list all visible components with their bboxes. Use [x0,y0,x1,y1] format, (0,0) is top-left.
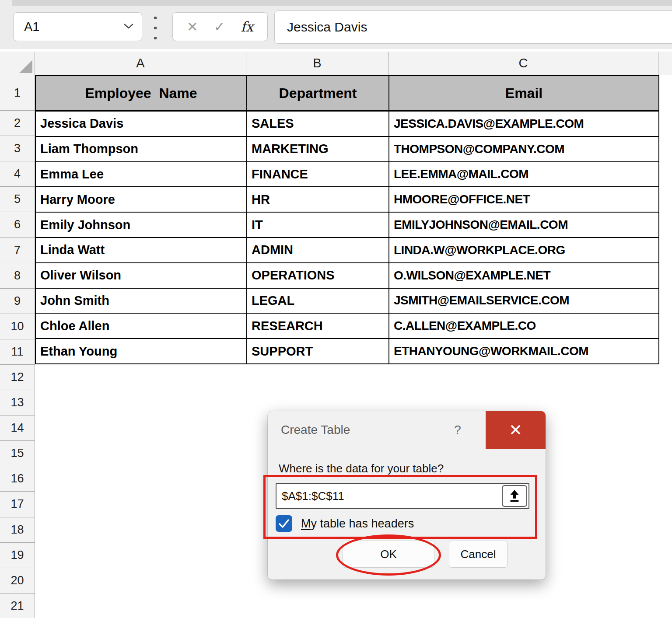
table-range-input[interactable]: $A$1:$C$11 [276,483,529,509]
column-header-sliver [658,52,672,75]
row-header-11[interactable]: 11 [0,339,35,365]
range-picker-button[interactable] [502,485,527,507]
cell-r6-c2[interactable]: EMILYJOHNSON@EMAIL.COM [389,213,659,238]
row-header-9[interactable]: 9 [0,289,35,314]
cell-r6-c1[interactable]: IT [247,213,389,238]
cancel-button[interactable]: Cancel [449,541,508,568]
cancel-entry-icon[interactable]: ✕ [187,19,198,35]
toolbar-separator-dots [154,17,157,39]
cell-r11-c0[interactable]: Ethan Young [36,339,247,364]
select-all-corner[interactable] [0,52,35,75]
header-cell-2[interactable]: Email [389,76,659,112]
cell-r3-c2[interactable]: THOMPSON@COMPANY.COM [389,137,659,162]
cell-r4-c1[interactable]: FINANCE [247,162,389,188]
close-button[interactable]: ✕ [486,411,546,449]
row-header-12[interactable]: 12 [0,365,35,390]
row-headers: 123456789101112131415161718192021 [0,75,35,618]
row-header-1[interactable]: 1 [0,75,35,111]
column-header-C[interactable]: C [388,52,658,75]
cell-r11-c2[interactable]: ETHANYOUNG@WORKMAIL.COM [389,339,659,364]
name-box[interactable]: A1 [13,12,142,41]
ribbon-bottom-strip [12,0,672,6]
cell-r7-c0[interactable]: Linda Watt [36,238,247,263]
cell-r9-c0[interactable]: John Smith [36,289,247,314]
cell-r9-c1[interactable]: LEGAL [247,289,389,314]
cell-r9-c2[interactable]: JSMITH@EMAILSERVICE.COM [389,289,659,314]
collapse-dialog-icon [509,489,520,503]
cell-r7-c1[interactable]: ADMIN [247,238,389,263]
range-prompt-label: Where is the data for your table? [279,462,444,475]
headers-checkbox[interactable] [276,515,292,532]
row-header-17[interactable]: 17 [0,492,35,517]
cell-r10-c0[interactable]: Chloe Allen [36,314,247,339]
cell-r3-c0[interactable]: Liam Thompson [36,137,247,162]
table-range-value: $A$1:$C$11 [282,489,344,503]
row-header-19[interactable]: 19 [0,543,35,568]
cell-r8-c2[interactable]: O.WILSON@EXAMPLE.NET [389,263,659,289]
cell-r4-c0[interactable]: Emma Lee [36,162,247,188]
header-cell-0[interactable]: Employee Name [36,76,247,112]
help-icon[interactable]: ? [449,411,466,449]
create-table-dialog: Create Table ? ✕ Where is the data for y… [268,411,546,580]
row-header-3[interactable]: 3 [0,136,35,161]
cell-r11-c1[interactable]: SUPPORT [247,339,389,364]
enter-entry-icon[interactable]: ✓ [214,19,225,35]
formula-buttons: ✕ ✓ fx [172,12,268,41]
cell-r5-c2[interactable]: HMOORE@OFFICE.NET [389,187,659,213]
excel-window: A1 ✕ ✓ fx Jessica Davis ABC 123456789101… [0,0,672,618]
row-header-21[interactable]: 21 [0,594,35,618]
row-header-16[interactable]: 16 [0,466,35,492]
cell-r5-c1[interactable]: HR [247,187,389,213]
row-header-7[interactable]: 7 [0,237,35,263]
row-header-13[interactable]: 13 [0,390,35,415]
row-header-2[interactable]: 2 [0,111,35,136]
cell-r2-c2[interactable]: JESSICA.DAVIS@EXAMPLE.COM [389,112,659,137]
ok-button[interactable]: OK [343,541,434,568]
cell-r8-c0[interactable]: Oliver Wilson [36,263,247,289]
row-header-6[interactable]: 6 [0,212,35,237]
cell-r7-c2[interactable]: LINDA.W@WORKPLACE.ORG [389,238,659,263]
column-header-A[interactable]: A [35,52,246,75]
cell-r4-c2[interactable]: LEE.EMMA@MAIL.COM [389,162,659,188]
cell-r10-c2[interactable]: C.ALLEN@EXAMPLE.CO [389,314,659,339]
name-box-value: A1 [24,20,123,34]
cell-r8-c1[interactable]: OPERATIONS [247,263,389,289]
row-header-18[interactable]: 18 [0,517,35,543]
row-header-20[interactable]: 20 [0,568,35,594]
cell-r3-c1[interactable]: MARKETING [247,137,389,162]
cell-r2-c0[interactable]: Jessica Davis [36,112,247,137]
insert-function-icon[interactable]: fx [241,19,253,35]
row-header-4[interactable]: 4 [0,161,35,187]
formula-bar-value: Jessica Davis [287,20,367,35]
row-header-8[interactable]: 8 [0,263,35,289]
formula-toolbar: A1 ✕ ✓ fx Jessica Davis [0,0,672,49]
data-table: Employee NameDepartmentEmailJessica Davi… [35,75,659,364]
formula-bar[interactable]: Jessica Davis [274,10,672,44]
header-cell-1[interactable]: Department [247,76,389,112]
cell-r2-c1[interactable]: SALES [247,112,389,137]
column-headers: ABC [0,52,672,75]
dialog-title: Create Table [281,411,350,449]
select-all-triangle-icon [19,60,32,73]
close-icon: ✕ [509,422,522,438]
cell-r5-c0[interactable]: Harry Moore [36,187,247,213]
row-header-15[interactable]: 15 [0,441,35,466]
row-header-14[interactable]: 14 [0,415,35,441]
chevron-down-icon[interactable] [123,23,134,31]
row-header-10[interactable]: 10 [0,314,35,339]
cell-r6-c0[interactable]: Emily Johnson [36,213,247,238]
cell-r10-c1[interactable]: RESEARCH [247,314,389,339]
row-header-5[interactable]: 5 [0,187,35,212]
checkmark-icon [278,519,290,528]
column-header-B[interactable]: B [246,52,388,75]
headers-checkbox-label[interactable]: My table has headers [301,515,414,532]
